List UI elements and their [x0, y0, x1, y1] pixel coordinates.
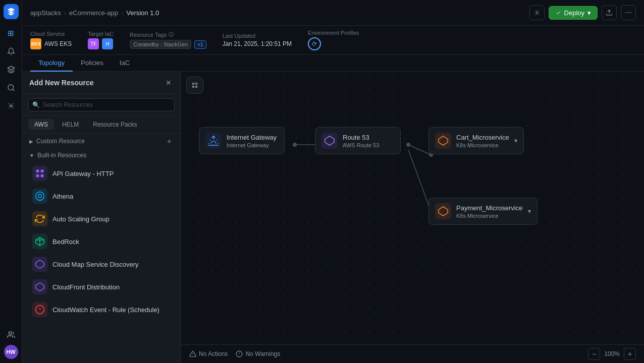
tab-policies[interactable]: Policies	[73, 55, 112, 72]
list-item-cloudwatch[interactable]: CloudWatch Event - Rule (Schedule)	[25, 298, 178, 321]
cloudfront-name: CloudFront Distribution	[52, 283, 120, 291]
zoom-out-button[interactable]: −	[588, 348, 600, 360]
cloud-service-value: EKS AWS EKS	[30, 38, 72, 49]
internet-gateway-name: Internet Gateway	[227, 134, 278, 141]
route53-info: Route 53 AWS Route 53	[343, 134, 394, 148]
svg-point-1	[8, 85, 14, 90]
svg-line-2	[13, 89, 14, 91]
resource-tags-extra[interactable]: +1	[194, 40, 206, 49]
res-tab-helm[interactable]: HELM	[56, 119, 85, 130]
cart-microservice-name: Cart_Microservice	[456, 134, 509, 141]
nav-icon-users[interactable]	[3, 327, 19, 343]
resource-tags-info-icon: ⓘ	[169, 31, 174, 38]
node-payment-microservice[interactable]: Payment_Microservice K8s Microservice ▾	[428, 198, 538, 225]
topology-nodes: Internet Gateway Internet Gateway Route	[181, 72, 644, 344]
custom-resource-section[interactable]: ▶ Custom Resource +	[22, 134, 181, 149]
svg-marker-40	[439, 136, 448, 145]
nav-icon-settings-left[interactable]	[3, 98, 19, 114]
no-actions-text: No Actions	[199, 350, 228, 357]
canvas-area[interactable]: Internet Gateway Internet Gateway Route	[181, 72, 644, 344]
cloud-map-icon	[32, 257, 47, 272]
cloud-service-label: Cloud Service	[30, 31, 72, 37]
resource-tag-badge[interactable]: Createdby : StackGen	[130, 40, 191, 49]
nav-icon-home[interactable]: ⊞	[3, 25, 19, 41]
custom-resource-add-button[interactable]: +	[165, 137, 174, 146]
svg-marker-0	[8, 66, 14, 70]
target-iac-icons: TF H	[88, 38, 114, 49]
resource-tags-info: Resource Tags ⓘ Createdby : StackGen +1	[130, 31, 206, 49]
tab-iac[interactable]: IaC	[112, 55, 138, 72]
info-bar: Cloud Service EKS AWS EKS Target IaC TF …	[22, 26, 644, 55]
svg-point-3	[10, 105, 12, 107]
svg-rect-7	[36, 170, 39, 173]
node-internet-gateway[interactable]: Internet Gateway Internet Gateway	[199, 127, 285, 154]
list-item-cloudfront[interactable]: CloudFront Distribution	[25, 276, 178, 298]
cloudwatch-name: CloudWatch Event - Rule (Schedule)	[52, 306, 159, 314]
user-avatar[interactable]: HW	[4, 345, 18, 359]
res-tab-aws[interactable]: AWS	[28, 119, 54, 130]
deploy-chevron: ▾	[587, 9, 591, 17]
iac-icon-1: TF	[88, 38, 99, 49]
nav-icon-search[interactable]	[3, 80, 19, 96]
internet-gateway-info: Internet Gateway Internet Gateway	[227, 134, 278, 148]
node-cart-microservice[interactable]: Cart_Microservice K8s Microservice ▾	[428, 127, 524, 154]
route53-name: Route 53	[343, 134, 394, 141]
nav-icon-bell[interactable]	[3, 43, 19, 59]
res-tab-resource-packs[interactable]: Resource Packs	[87, 119, 143, 130]
zoom-in-button[interactable]: +	[624, 348, 636, 360]
cart-microservice-icon	[435, 133, 451, 149]
svg-line-34	[210, 140, 210, 140]
cart-microservice-expand[interactable]: ▾	[514, 137, 517, 144]
left-panel: Add New Resource ✕ 🔍 AWS HELM Resource P…	[22, 72, 181, 363]
builtin-resources-section[interactable]: ▼ Built-in Resources	[22, 149, 181, 162]
warning-icon	[189, 350, 196, 357]
list-item-cloud-map[interactable]: Cloud Map Service Discovery	[25, 253, 178, 275]
more-button[interactable]: ⋯	[621, 5, 636, 20]
svg-marker-41	[439, 207, 448, 216]
list-item-athena[interactable]: Athena	[25, 185, 178, 207]
cloudwatch-icon	[32, 302, 47, 317]
body-area: Add New Resource ✕ 🔍 AWS HELM Resource P…	[22, 72, 644, 363]
breadcrumb-appstacks[interactable]: appStacks	[30, 9, 61, 17]
auto-scaling-icon	[32, 211, 47, 226]
internet-gateway-type: Internet Gateway	[227, 142, 278, 148]
status-bar-right: − 100% +	[588, 348, 636, 360]
search-icon: 🔍	[32, 101, 40, 108]
deploy-button[interactable]: Deploy ▾	[549, 6, 598, 20]
breadcrumb-version[interactable]: Version 1.0	[126, 9, 159, 17]
svg-line-37	[217, 140, 217, 140]
resource-tabs: AWS HELM Resource Packs	[22, 116, 181, 134]
app-logo[interactable]	[4, 4, 19, 19]
breadcrumb-sep-2: ›	[121, 9, 123, 17]
icon-sidebar: ⊞ HW	[0, 0, 22, 363]
list-item-auto-scaling[interactable]: Auto Scaling Group	[25, 208, 178, 230]
search-wrapper: 🔍	[28, 98, 175, 111]
payment-microservice-expand[interactable]: ▾	[528, 208, 531, 215]
svg-rect-10	[41, 174, 44, 177]
export-button[interactable]	[602, 5, 617, 20]
target-iac-label: Target IaC	[88, 31, 114, 37]
builtin-resources-label: Built-in Resources	[37, 152, 86, 159]
svg-point-4	[9, 332, 11, 334]
panel-title: Add New Resource	[29, 79, 94, 87]
payment-microservice-type: K8s Microservice	[456, 213, 523, 219]
cloud-service-info: Cloud Service EKS AWS EKS	[30, 31, 72, 49]
payment-microservice-icon	[435, 203, 451, 219]
last-updated-value: Jan 21, 2025, 1:20:51 PM	[223, 40, 292, 47]
node-route53[interactable]: Route 53 AWS Route 53	[315, 127, 401, 154]
auto-scaling-name: Auto Scaling Group	[52, 215, 110, 223]
svg-point-5	[536, 12, 538, 14]
env-profile-icon[interactable]: ⟳	[308, 37, 321, 50]
nav-icon-layers[interactable]	[3, 62, 19, 78]
api-gateway-name: API Gateway - HTTP	[52, 170, 114, 177]
list-item-bedrock[interactable]: BedRock	[25, 230, 178, 253]
close-panel-button[interactable]: ✕	[164, 78, 174, 88]
list-item-api-gateway[interactable]: API Gateway - HTTP	[25, 162, 178, 185]
search-resources-input[interactable]	[28, 98, 175, 111]
panel-header: Add New Resource ✕	[22, 72, 181, 94]
breadcrumb-ecommerce[interactable]: eCommerce-app	[69, 9, 118, 17]
cloudfront-icon	[32, 279, 47, 294]
tab-topology[interactable]: Topology	[30, 55, 73, 72]
builtin-header-left: ▼ Built-in Resources	[29, 152, 86, 159]
settings-button[interactable]	[529, 5, 545, 20]
